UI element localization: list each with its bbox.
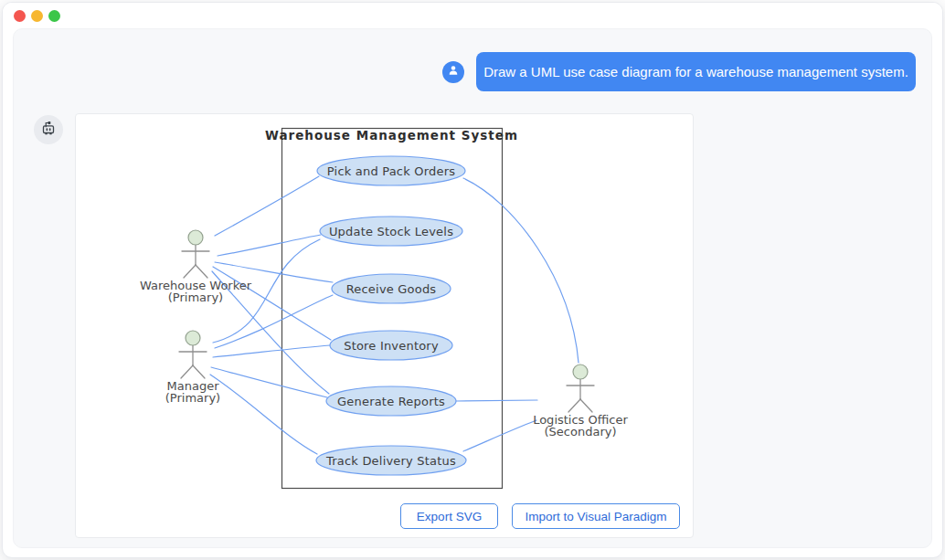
use-case-update-stock-levels: Update Stock Levels xyxy=(320,217,462,246)
actor-leg xyxy=(580,399,592,412)
export-svg-button[interactable]: Export SVG xyxy=(400,503,498,529)
use-case-label: Generate Reports xyxy=(337,395,445,408)
uml-use-case-diagram: Warehouse Management SystemPick and Pack… xyxy=(76,114,695,539)
use-case-label: Track Delivery Status xyxy=(325,454,456,468)
use-case-pick-and-pack-orders: Pick and Pack Orders xyxy=(317,156,465,185)
use-case-label: Store Inventory xyxy=(344,339,439,353)
window-titlebar xyxy=(3,3,942,30)
robot-icon xyxy=(38,118,58,142)
assistant-avatar xyxy=(34,115,63,144)
diagram-canvas: Warehouse Management SystemPick and Pack… xyxy=(75,113,694,538)
user-icon xyxy=(446,63,461,81)
use-case-label: Receive Goods xyxy=(346,282,437,296)
actor-head xyxy=(573,365,588,379)
zoom-window-button[interactable] xyxy=(48,10,60,22)
user-avatar xyxy=(442,61,464,83)
actor-role: (Primary) xyxy=(165,391,220,405)
actor-head xyxy=(188,230,203,245)
actor-leg xyxy=(181,365,193,378)
actor-warehouse-worker: Warehouse Worker(Primary) xyxy=(140,230,252,304)
use-case-label: Update Stock Levels xyxy=(329,225,453,238)
chat-panel: Draw a UML use case diagram for a wareho… xyxy=(13,28,932,548)
actor-role: (Primary) xyxy=(168,291,223,304)
actor-leg xyxy=(568,399,580,412)
actor-leg xyxy=(196,265,207,278)
system-boundary-title: Warehouse Management System xyxy=(265,128,518,143)
actor-leg xyxy=(193,365,205,378)
actor-leg xyxy=(184,265,196,278)
close-window-button[interactable] xyxy=(14,10,26,22)
use-case-track-delivery-status: Track Delivery Status xyxy=(316,446,466,475)
actor-role: (Secondary) xyxy=(545,425,617,438)
use-case-store-inventory: Store Inventory xyxy=(330,331,452,360)
actor-logistics-officer: Logistics Officer(Secondary) xyxy=(533,365,628,438)
actor-head xyxy=(186,331,200,345)
user-message-text: Draw a UML use case diagram for a wareho… xyxy=(483,64,908,79)
user-message-bubble: Draw a UML use case diagram for a wareho… xyxy=(476,52,916,91)
app-window: Draw a UML use case diagram for a wareho… xyxy=(2,2,943,558)
use-case-generate-reports: Generate Reports xyxy=(326,386,456,416)
import-to-visual-paradigm-button[interactable]: Import to Visual Paradigm xyxy=(512,503,680,529)
use-case-label: Pick and Pack Orders xyxy=(327,164,455,178)
use-case-receive-goods: Receive Goods xyxy=(332,274,451,303)
minimize-window-button[interactable] xyxy=(31,10,43,22)
